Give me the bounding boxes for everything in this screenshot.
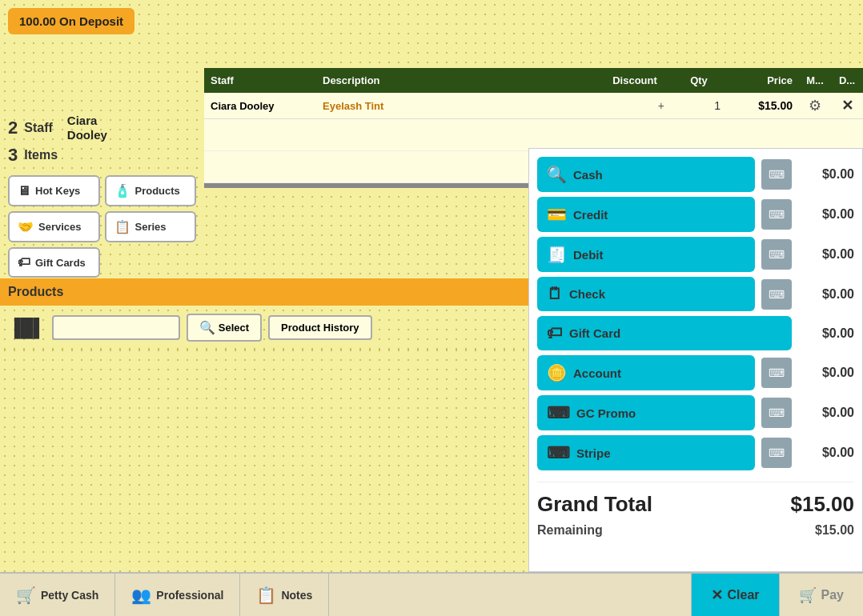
account-icon: 🪙	[547, 363, 567, 382]
stripe-icon: ⌨	[547, 443, 570, 462]
clear-button[interactable]: ✕ Clear	[691, 574, 779, 616]
grand-total-section: Grand Total $15.00 Remaining $15.00	[537, 482, 854, 541]
professional-icon: 👥	[131, 586, 151, 605]
check-button[interactable]: 🗒 Check	[537, 277, 755, 311]
stripe-label: Stripe	[576, 446, 611, 460]
row-delete-button[interactable]: ✕	[841, 97, 853, 114]
credit-label: Credit	[573, 208, 608, 222]
notes-label: Notes	[281, 589, 312, 602]
remaining-row: Remaining $15.00	[537, 520, 854, 541]
debit-calc-icon: ⌨	[769, 248, 785, 261]
notes-button[interactable]: 📋 Notes	[240, 574, 329, 616]
account-calc-button[interactable]: ⌨	[761, 358, 792, 388]
stripe-calc-button[interactable]: ⌨	[761, 438, 792, 468]
debit-label: Debit	[573, 248, 604, 262]
remaining-value: $15.00	[815, 523, 854, 538]
services-button[interactable]: 🤝 Services	[8, 211, 100, 242]
row-gear-button[interactable]: ⚙	[809, 97, 821, 114]
debit-calc-button[interactable]: ⌨	[761, 239, 792, 270]
deposit-badge: 100.00 On Deposit	[8, 8, 134, 34]
clear-label: Clear	[728, 588, 760, 602]
product-search-input[interactable]	[52, 315, 180, 340]
hot-keys-button[interactable]: 🖥 Hot Keys	[8, 175, 100, 206]
gift-cards-label: Gift Cards	[35, 257, 86, 269]
credit-calc-icon: ⌨	[769, 208, 785, 221]
check-icon: 🗒	[547, 285, 563, 303]
services-icon: 🤝	[18, 219, 34, 234]
gift-card-amount: $0.00	[798, 326, 854, 341]
check-amount: $0.00	[798, 287, 854, 302]
pay-icon: 🛒	[799, 586, 817, 604]
row-staff: Ciara Dooley	[204, 94, 316, 118]
product-history-button[interactable]: Product History	[268, 315, 372, 340]
payment-row-credit: 💳 Credit ⌨ $0.00	[537, 197, 854, 232]
gift-cards-button[interactable]: 🏷 Gift Cards	[8, 247, 100, 278]
debit-button[interactable]: 🧾 Debit	[537, 237, 755, 272]
payment-row-cash: 🔍 Cash ⌨ $0.00	[537, 157, 854, 192]
professional-button[interactable]: 👥 Professional	[115, 574, 240, 616]
table-header: Staff Description Discount Qty Price M..…	[204, 68, 863, 93]
items-section: 3 Items 🖥 Hot Keys 🧴 Products 🤝 Services…	[0, 140, 204, 282]
col-header-desc: Description	[316, 68, 599, 93]
gc-promo-button[interactable]: ⌨ GC Promo	[537, 395, 755, 430]
products-button[interactable]: 🧴 Products	[105, 175, 197, 206]
col-header-price: Price	[727, 68, 799, 93]
barcode-icon: ▐█▌	[8, 318, 46, 338]
series-button[interactable]: 📋 Series	[105, 211, 197, 242]
petty-cash-button[interactable]: 🛒 Petty Cash	[0, 574, 115, 616]
gc-promo-label: GC Promo	[576, 406, 636, 420]
stripe-button[interactable]: ⌨ Stripe	[537, 435, 755, 470]
items-buttons: 🖥 Hot Keys 🧴 Products 🤝 Services 📋 Serie…	[0, 170, 204, 282]
products-label: Products	[135, 185, 180, 197]
petty-cash-icon: 🛒	[16, 586, 36, 605]
select-button[interactable]: 🔍 Select	[187, 314, 262, 342]
cash-button[interactable]: 🔍 Cash	[537, 157, 755, 192]
series-label: Series	[135, 221, 167, 233]
services-label: Services	[38, 221, 82, 233]
col-header-staff: Staff	[204, 68, 316, 93]
cash-calc-button[interactable]: ⌨	[761, 159, 792, 190]
check-calc-button[interactable]: ⌨	[761, 279, 792, 310]
stripe-calc-icon: ⌨	[769, 446, 785, 459]
staff-number: 2	[8, 118, 18, 138]
col-header-m: M...	[799, 68, 831, 93]
gc-promo-calc-icon: ⌨	[769, 406, 785, 419]
cash-amount: $0.00	[798, 167, 854, 182]
row-delete[interactable]: ✕	[831, 94, 863, 118]
row-discount[interactable]: +	[599, 93, 671, 118]
cash-calc-icon: ⌨	[769, 168, 785, 181]
products-icon: 🧴	[114, 183, 130, 198]
staff-name-line1: Ciara	[67, 114, 107, 128]
series-icon: 📋	[114, 219, 130, 234]
payment-panel: 🔍 Cash ⌨ $0.00 💳 Credit ⌨ $0.00 🧾 Debit	[528, 148, 863, 572]
items-text: Items	[24, 148, 58, 162]
debit-icon: 🧾	[547, 245, 567, 264]
hot-keys-label: Hot Keys	[35, 185, 80, 197]
pay-button[interactable]: 🛒 Pay	[779, 574, 863, 616]
notes-icon: 📋	[256, 586, 276, 605]
col-header-qty: Qty	[671, 68, 727, 93]
stripe-amount: $0.00	[798, 446, 854, 460]
gift-card-button[interactable]: 🏷 Gift Card	[537, 316, 792, 350]
gift-cards-icon: 🏷	[18, 255, 30, 270]
bottom-bar: 🛒 Petty Cash 👥 Professional 📋 Notes ✕ Cl…	[0, 572, 863, 616]
gift-card-icon: 🏷	[547, 324, 563, 342]
gc-promo-calc-button[interactable]: ⌨	[761, 398, 792, 428]
payment-row-debit: 🧾 Debit ⌨ $0.00	[537, 237, 854, 272]
credit-button[interactable]: 💳 Credit	[537, 197, 755, 232]
credit-calc-button[interactable]: ⌨	[761, 199, 792, 230]
items-number: 3	[8, 145, 18, 166]
credit-icon: 💳	[547, 205, 567, 224]
payment-row-gc-promo: ⌨ GC Promo ⌨ $0.00	[537, 395, 854, 430]
gc-promo-icon: ⌨	[547, 403, 570, 422]
grand-total-row: Grand Total $15.00	[537, 489, 854, 520]
debit-amount: $0.00	[798, 247, 854, 262]
payment-row-gift-card: 🏷 Gift Card $0.00	[537, 316, 854, 350]
account-amount: $0.00	[798, 366, 854, 380]
account-button[interactable]: 🪙 Account	[537, 355, 755, 390]
staff-text: Staff	[24, 121, 53, 135]
row-settings[interactable]: ⚙	[799, 94, 831, 118]
row-desc: Eyelash Tint	[316, 94, 599, 118]
credit-amount: $0.00	[798, 207, 854, 222]
account-label: Account	[573, 366, 621, 380]
